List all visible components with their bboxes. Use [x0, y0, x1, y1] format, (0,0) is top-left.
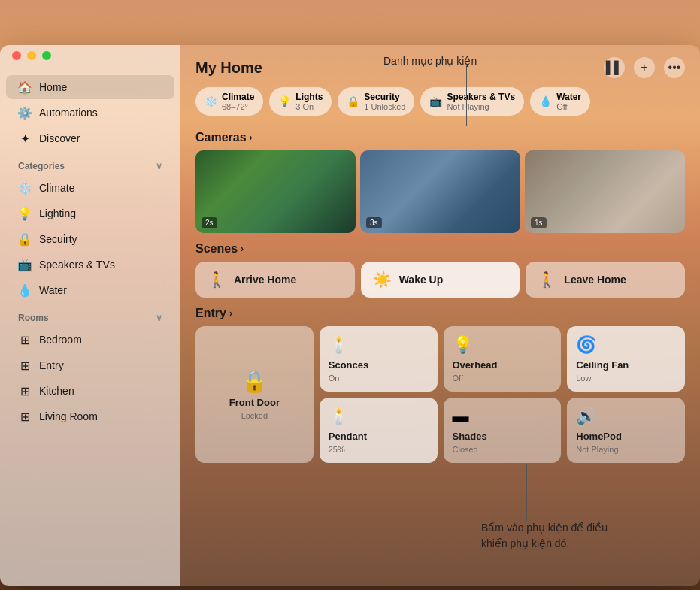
sidebar-item-climate[interactable]: ❄️ Climate: [6, 176, 174, 200]
accessory-homepod[interactable]: 🔊 HomePod Not Playing: [567, 398, 685, 463]
sidebar-label-bedroom: Bedroom: [39, 334, 82, 346]
accessory-pendant[interactable]: 🕯️ Pendant 25%: [320, 398, 438, 463]
categories-chevron: ∨: [156, 161, 162, 171]
scene-wakeup-label: Wake Up: [399, 274, 444, 286]
shades-status: Closed: [453, 445, 553, 454]
sidebar-label-lighting: Lighting: [39, 207, 76, 219]
sconces-icon: 🕯️: [329, 335, 429, 355]
camera-grid: 2s 3s 1s: [195, 150, 685, 233]
pill-lights[interactable]: 💡 Lights 3 On: [269, 87, 332, 116]
camera-thumb-2[interactable]: 3s: [360, 150, 520, 233]
ceiling-fan-status: Low: [576, 374, 676, 383]
pill-lights-sub: 3 On: [295, 102, 323, 111]
accessory-sconces[interactable]: 🕯️ Sconces On: [320, 326, 438, 392]
camera-thumb-3[interactable]: 1s: [525, 150, 685, 233]
ceiling-fan-name: Ceiling Fan: [576, 359, 676, 371]
pendant-name: Pendant: [329, 431, 429, 442]
accessory-ceiling-fan[interactable]: 🌀 Ceiling Fan Low: [567, 326, 685, 392]
maximize-button[interactable]: [42, 51, 51, 60]
scenes-section-header[interactable]: Scenes ›: [195, 242, 685, 256]
water-icon: 💧: [18, 283, 32, 297]
pendant-icon: 🕯️: [329, 407, 429, 426]
overhead-status: Off: [453, 374, 553, 383]
homepod-name: HomePod: [576, 431, 676, 442]
sidebar-item-security[interactable]: 🔒 Secuirty: [6, 227, 174, 251]
callout-top: Danh mục phụ kiện: [383, 54, 477, 69]
add-button[interactable]: +: [634, 57, 655, 78]
sidebar-label-speakers: Speakers & TVs: [39, 259, 115, 271]
sidebar-item-water[interactable]: 💧 Water: [6, 278, 174, 302]
overhead-icon: 💡: [453, 335, 553, 355]
pill-climate-icon: ❄️: [205, 95, 217, 107]
sidebar-item-lighting[interactable]: 💡 Lighting: [6, 201, 174, 225]
sidebar-item-entry[interactable]: ⊞ Entry: [6, 353, 174, 377]
sidebar-item-home[interactable]: 🏠 Home: [6, 75, 174, 99]
living-room-icon: ⊞: [18, 410, 32, 423]
main-scroll: Cameras › 2s 3s 1s Scenes: [180, 122, 700, 586]
scene-arrive-home[interactable]: 🚶 Arrive Home: [195, 262, 355, 298]
scene-wake-up[interactable]: ☀️ Wake Up: [361, 262, 520, 298]
pill-security-label: Security: [364, 92, 405, 102]
sidebar-item-living[interactable]: ⊞ Living Room: [6, 404, 174, 428]
arrive-home-icon: 🚶: [208, 271, 226, 289]
more-button[interactable]: •••: [664, 57, 685, 78]
sidebar-label-kitchen: Kitchen: [39, 385, 74, 397]
camera-thumb-1[interactable]: 2s: [195, 150, 356, 233]
sidebar-item-speakers[interactable]: 📺 Speakers & TVs: [6, 253, 174, 277]
pill-speakers[interactable]: 📺 Speakers & TVs Not Playing: [420, 87, 524, 116]
accessory-shades[interactable]: ▬ Shades Closed: [444, 398, 562, 463]
discover-icon: ✦: [18, 132, 32, 145]
pill-water-label: Water: [556, 92, 581, 102]
sidebar-item-bedroom[interactable]: ⊞ Bedroom: [6, 328, 174, 352]
overhead-name: Overhead: [453, 359, 553, 371]
sidebar-item-discover[interactable]: ✦ Discover: [6, 126, 174, 150]
shades-name: Shades: [453, 431, 553, 442]
traffic-lights: [12, 51, 51, 60]
pill-security[interactable]: 🔒 Security 1 Unlocked: [338, 87, 414, 116]
sidebar-label-living: Living Room: [39, 410, 98, 422]
camera-bg-1: [195, 150, 356, 233]
entry-section-header[interactable]: Entry ›: [195, 307, 685, 320]
camera-badge-1: 2s: [202, 217, 217, 228]
pill-speakers-text: Speakers & TVs Not Playing: [447, 92, 515, 111]
pill-water[interactable]: 💧 Water Off: [530, 87, 590, 116]
minimize-button[interactable]: [27, 51, 36, 60]
sconces-status: On: [329, 374, 429, 383]
camera-badge-3: 1s: [531, 217, 547, 228]
header-actions: ▌▌ + •••: [604, 57, 685, 78]
cameras-section-header[interactable]: Cameras ›: [195, 131, 685, 144]
pill-water-icon: 💧: [539, 95, 552, 107]
scenes-chevron: ›: [241, 244, 244, 254]
leave-home-icon: 🚶: [538, 271, 556, 289]
accessory-overhead[interactable]: 💡 Overhead Off: [444, 326, 562, 392]
sconces-name: Sconces: [329, 359, 429, 371]
rooms-section-header[interactable]: Rooms ∨: [0, 304, 180, 326]
pill-climate[interactable]: ❄️ Climate 68–72°: [195, 87, 263, 116]
sidebar-label-entry: Entry: [39, 359, 64, 371]
pill-climate-sub: 68–72°: [222, 102, 254, 111]
camera-bg-2: [360, 150, 520, 233]
pill-water-sub: Off: [556, 102, 581, 111]
pill-security-sub: 1 Unlocked: [364, 102, 405, 111]
pendant-status: 25%: [329, 445, 429, 454]
sidebar-label-climate: Climate: [39, 182, 74, 194]
automations-icon: ⚙️: [18, 106, 32, 120]
lighting-icon: 💡: [18, 207, 32, 220]
front-door-icon: 🔒: [241, 369, 268, 394]
sidebar-item-automations[interactable]: ⚙️ Automations: [6, 101, 174, 125]
waveform-button[interactable]: ▌▌: [604, 57, 625, 78]
close-button[interactable]: [12, 51, 21, 60]
sidebar-label-water: Water: [39, 284, 67, 296]
front-door-card[interactable]: 🔒 Front Door Locked: [195, 326, 314, 463]
sidebar-label-automations: Automations: [39, 107, 98, 119]
wake-up-icon: ☀️: [373, 271, 392, 289]
sidebar-item-kitchen[interactable]: ⊞ Kitchen: [6, 379, 174, 403]
categories-section-header[interactable]: Categories ∨: [0, 152, 180, 174]
climate-icon: ❄️: [18, 181, 32, 195]
callout-bottom: Bấm vào phụ kiện để điềukhiển phụ kiện đ…: [481, 520, 608, 552]
scene-leave-home[interactable]: 🚶 Leave Home: [526, 262, 685, 298]
pill-security-text: Security 1 Unlocked: [364, 92, 405, 111]
pill-climate-label: Climate: [222, 92, 254, 102]
rooms-label: Rooms: [18, 313, 49, 323]
speakers-icon: 📺: [18, 258, 32, 271]
